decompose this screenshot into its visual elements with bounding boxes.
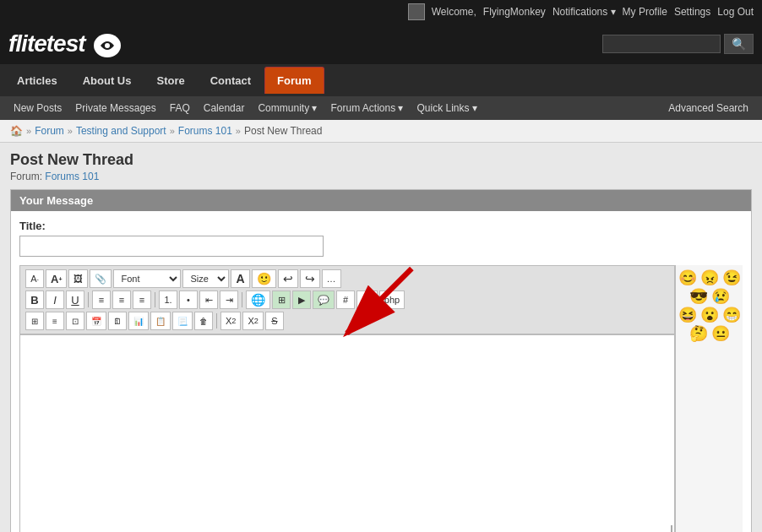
title-input[interactable] [19, 236, 324, 257]
tb-redo[interactable]: ↪ [300, 269, 320, 288]
nav-store[interactable]: Store [144, 68, 196, 94]
emoji-wink[interactable]: 😉 [722, 270, 741, 285]
tb-code[interactable]: <> [357, 290, 378, 309]
sub-nav-community[interactable]: Community ▾ [251, 99, 324, 117]
breadcrumb: 🏠 » Forum » Testing and Support » Forums… [0, 120, 762, 143]
emoji-grin[interactable]: 😁 [722, 307, 741, 323]
tb-more-options[interactable]: … [322, 269, 341, 288]
breadcrumb-testing[interactable]: Testing and Support [76, 125, 166, 137]
username-link[interactable]: FlyingMonkey [483, 6, 546, 18]
editor-area[interactable] [20, 334, 674, 532]
title-row: Title: [19, 220, 743, 257]
search-input[interactable] [602, 35, 721, 53]
tb-bold[interactable]: B [25, 290, 44, 309]
search-box: 🔍 [602, 34, 754, 54]
emoji-row-3: 😆 😮 😁 [678, 307, 741, 323]
message-textarea[interactable] [27, 342, 667, 528]
tb-font-color[interactable]: A [231, 269, 249, 288]
emoji-smile[interactable]: 😊 [678, 270, 697, 285]
tb-extra-4[interactable]: 📅 [86, 312, 106, 330]
tb-emoji[interactable]: 🙂 [252, 269, 276, 288]
tb-insert-table[interactable]: ⊞ [272, 290, 291, 309]
settings-link[interactable]: Settings [674, 6, 710, 18]
logo-icon [94, 34, 121, 57]
search-button[interactable]: 🔍 [724, 34, 754, 54]
log-out-link[interactable]: Log Out [717, 6, 754, 18]
forum-link[interactable]: Forums 101 [45, 171, 99, 182]
tb-extra-5[interactable]: 🗓 [108, 312, 127, 330]
tb-font-size-increase[interactable]: A+ [46, 269, 67, 288]
emoji-think[interactable]: 🤔 [689, 326, 708, 341]
sub-nav-new-posts[interactable]: New Posts [7, 99, 68, 117]
tb-extra-6[interactable]: 📊 [128, 312, 149, 330]
breadcrumb-forum[interactable]: Forum [35, 125, 64, 137]
tb-italic[interactable]: I [46, 290, 64, 309]
tb-insert-file[interactable]: 📎 [90, 269, 112, 288]
emoji-neutral[interactable]: 😐 [711, 326, 730, 341]
page-content: Post New Thread Forum: Forums 101 Your M… [0, 143, 762, 532]
sub-nav-quick-links[interactable]: Quick Links ▾ [411, 99, 484, 117]
tb-align-left[interactable]: ≡ [92, 290, 111, 309]
tb-extra-3[interactable]: ⊡ [66, 312, 84, 330]
nav-contact[interactable]: Contact [199, 68, 263, 94]
tb-align-center[interactable]: ≡ [112, 290, 131, 309]
editor-container: A- A+ 🖼 📎 Font Arial Times New Roman Cou… [19, 265, 675, 532]
tb-insert-special[interactable]: 🌐 [246, 290, 270, 309]
tb-insert-video[interactable]: ▶ [292, 290, 311, 309]
tb-insert-quote[interactable]: 💬 [313, 290, 335, 309]
sub-nav-forum-actions[interactable]: Forum Actions ▾ [324, 99, 410, 117]
tb-font-select[interactable]: Font Arial Times New Roman Courier [113, 269, 181, 288]
tb-ordered-list[interactable]: 1. [159, 290, 177, 309]
title-label: Title: [19, 220, 743, 232]
message-section: Your Message Title: A- [10, 189, 752, 532]
tb-insert-image[interactable]: 🖼 [68, 269, 88, 288]
tb-extra-8[interactable]: 📃 [172, 312, 193, 330]
tb-superscript[interactable]: X2 [242, 312, 263, 330]
sub-nav-calendar[interactable]: Calendar [197, 99, 252, 117]
home-icon[interactable]: 🏠 [10, 125, 23, 137]
sub-nav-private-messages[interactable]: Private Messages [68, 99, 162, 117]
tb-unordered-list[interactable]: • [179, 290, 198, 309]
tb-sep-2 [155, 292, 155, 307]
tb-indent-increase[interactable]: ⇥ [220, 290, 238, 309]
tb-php[interactable]: php [379, 290, 405, 309]
my-profile-link[interactable]: My Profile [623, 6, 667, 18]
tb-sep-1 [88, 292, 89, 307]
emoji-sad[interactable]: 😢 [711, 289, 730, 304]
tb-extra-2[interactable]: ≡ [46, 312, 64, 330]
tb-underline[interactable]: U [66, 290, 84, 309]
advanced-search-link[interactable]: Advanced Search [661, 99, 755, 117]
emoji-cool[interactable]: 😎 [689, 289, 708, 304]
tb-size-select[interactable]: Size 8 10 12 14 18 [182, 269, 229, 288]
tb-extra-7[interactable]: 📋 [150, 312, 171, 330]
tb-strikethrough[interactable]: S [265, 312, 284, 330]
tb-align-right[interactable]: ≡ [133, 290, 151, 309]
emoji-row-1: 😊 😠 😉 [678, 270, 741, 285]
tb-extra-1[interactable]: ⊞ [25, 312, 44, 330]
svg-point-1 [105, 43, 110, 48]
toolbar-row-1: A- A+ 🖼 📎 Font Arial Times New Roman Cou… [25, 269, 669, 288]
tb-subscript[interactable]: X2 [220, 312, 241, 330]
tb-extra-9[interactable]: 🗑 [194, 312, 213, 330]
notifications-link[interactable]: Notifications ▾ [552, 6, 616, 18]
nav-forum[interactable]: Forum [264, 67, 324, 94]
sub-nav-faq[interactable]: FAQ [163, 99, 197, 117]
breadcrumb-forums101[interactable]: Forums 101 [178, 125, 232, 137]
editor-toolbar: A- A+ 🖼 📎 Font Arial Times New Roman Cou… [20, 266, 674, 334]
top-bar: Welcome, FlyingMonkey Notifications ▾ My… [0, 0, 762, 24]
resize-handle[interactable] [662, 525, 672, 532]
emoji-laugh[interactable]: 😆 [678, 307, 697, 323]
tb-insert-hash[interactable]: # [336, 290, 355, 309]
tb-undo[interactable]: ↩ [278, 269, 298, 288]
tb-indent-decrease[interactable]: ⇤ [199, 290, 218, 309]
logo[interactable]: flitetest [8, 30, 121, 57]
nav-articles[interactable]: Articles [5, 68, 69, 94]
editor-main: A- A+ 🖼 📎 Font Arial Times New Roman Cou… [19, 265, 675, 532]
emoji-surprise[interactable]: 😮 [700, 307, 719, 323]
emoji-angry[interactable]: 😠 [700, 270, 719, 285]
main-nav: Articles About Us Store Contact Forum [0, 64, 762, 96]
tb-font-size-decrease[interactable]: A- [25, 269, 44, 288]
breadcrumb-current: Post New Thread [244, 125, 323, 137]
toolbar-row-2: B I U ≡ ≡ ≡ 1. • ⇤ [25, 290, 669, 309]
nav-about-us[interactable]: About Us [71, 68, 144, 94]
